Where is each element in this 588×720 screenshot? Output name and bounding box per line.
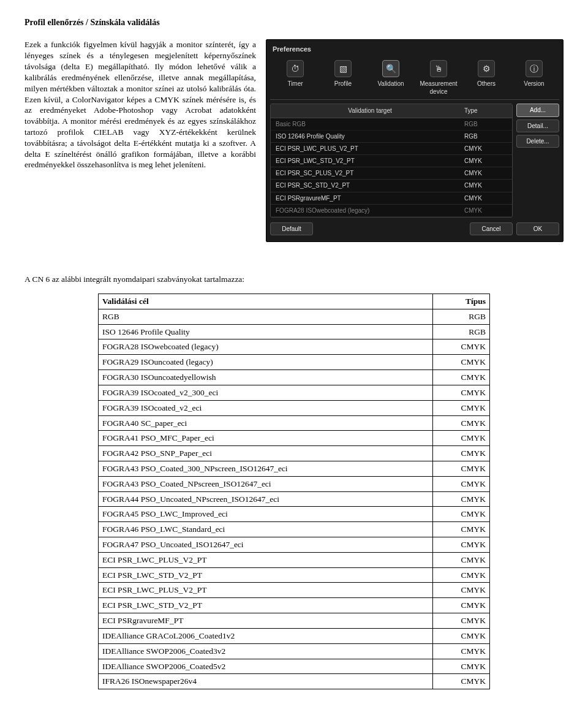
tab-timer[interactable]: ⏱ Timer — [271, 60, 319, 96]
profile-icon: ▧ — [334, 60, 352, 77]
list-item-type: CMYK — [464, 169, 507, 177]
table-row: FOGRA41 PSO_MFC_Paper_eciCMYK — [99, 431, 490, 446]
table-row: FOGRA29 ISOuncoated (legacy)CMYK — [99, 355, 490, 370]
list-item-type: CMYK — [464, 181, 507, 189]
std-name-cell: FOGRA43 PSO_Coated_300_NPscreen_ISO12647… — [99, 461, 433, 476]
table-row: FOGRA44 PSO_Uncoated_NPscreen_ISO12647_e… — [99, 491, 490, 507]
list-item-name: ECI PSR_SC_PLUS_V2_PT — [276, 169, 464, 177]
list-item-type: CMYK — [464, 157, 507, 165]
list-item-type: RGB — [464, 120, 507, 128]
tab-measurement-label: Measurement device — [415, 80, 462, 96]
std-type-cell: RGB — [433, 309, 490, 324]
std-name-cell: FOGRA47 PSO_Uncoated_ISO12647_eci — [99, 537, 433, 553]
validation-target-list[interactable]: Validation target Type Basic RGBRGB ISO … — [270, 104, 513, 218]
std-type-cell: CMYK — [433, 674, 490, 689]
list-item[interactable]: ISO 12646 Profile QualityRGB — [271, 131, 512, 143]
list-item[interactable]: FOGRA28 ISOwebcoated (legacy)CMYK — [271, 205, 512, 217]
std-name-cell: FOGRA46 PSO_LWC_Standard_eci — [99, 522, 433, 537]
table-row: ECI PSR_LWC_PLUS_V2_PTCMYK — [99, 583, 490, 598]
std-name-cell: ECI PSR_LWC_PLUS_V2_PT — [99, 552, 433, 567]
tab-others[interactable]: ⚙ Others — [462, 60, 510, 96]
detail-button[interactable]: Detail... — [516, 119, 559, 132]
table-row: FOGRA43 PSO_Coated_NPscreen_ISO12647_eci… — [99, 476, 490, 491]
page-title: Profil ellenőrzés / Színskála validálás — [24, 17, 564, 28]
list-item[interactable]: ECI PSRgravureMF_PTCMYK — [271, 192, 512, 205]
standards-table-wrap: Validálási cél Típus RGBRGBISO 12646 Pro… — [24, 294, 564, 689]
std-name-cell: FOGRA30 ISOuncoatedyellowish — [99, 370, 433, 385]
std-name-cell: IFRA26 ISOnewspaper26v4 — [99, 674, 433, 689]
std-name-cell: IDEAlliance SWOP2006_Coated5v2 — [99, 659, 433, 674]
standards-intro: A CN 6 az alábbi integrált nyomdaipari s… — [24, 274, 564, 285]
std-name-cell: ECI PSR_LWC_STD_V2_PT — [99, 567, 433, 583]
std-type-cell: CMYK — [433, 431, 490, 446]
others-icon: ⚙ — [478, 60, 495, 77]
table-row: FOGRA45 PSO_LWC_Improved_eciCMYK — [99, 507, 490, 522]
header-type: Type — [464, 107, 507, 115]
std-type-cell: CMYK — [433, 583, 490, 598]
two-column-layout: Ezek a funkciók figyelmen kívül hagyják … — [24, 39, 564, 242]
table-row: ECI PSR_LWC_STD_V2_PTCMYK — [99, 567, 490, 583]
std-name-cell: FOGRA43 PSO_Coated_NPscreen_ISO12647_eci — [99, 476, 433, 491]
std-header-type: Típus — [433, 294, 490, 309]
std-name-cell: IDEAlliance GRACoL2006_Coated1v2 — [99, 628, 433, 643]
measurement-icon: 🖱 — [430, 60, 447, 77]
std-name-cell: ECI PSR_LWC_STD_V2_PT — [99, 598, 433, 613]
std-type-cell: CMYK — [433, 643, 490, 659]
list-item[interactable]: ECI PSR_SC_STD_V2_PTCMYK — [271, 180, 512, 192]
std-type-cell: CMYK — [433, 613, 490, 629]
timer-icon: ⏱ — [287, 60, 304, 77]
std-type-cell: CMYK — [433, 355, 490, 370]
body-text: Ezek a funkciók figyelmen kívül hagyják … — [24, 39, 256, 242]
add-button[interactable]: Add... — [516, 104, 559, 116]
table-row: ISO 12646 Profile QualityRGB — [99, 324, 490, 339]
list-item-name: ECI PSRgravureMF_PT — [276, 194, 464, 202]
std-name-cell: FOGRA39 ISOcoated_v2_300_eci — [99, 385, 433, 400]
std-type-cell: CMYK — [433, 659, 490, 674]
tab-others-label: Others — [477, 80, 496, 88]
table-row: ECI PSR_LWC_STD_V2_PTCMYK — [99, 598, 490, 613]
std-name-cell: ECI PSRgravureMF_PT — [99, 613, 433, 629]
table-row: FOGRA39 ISOcoated_v2_300_eciCMYK — [99, 385, 490, 400]
std-type-cell: CMYK — [433, 385, 490, 400]
std-name-cell: ECI PSR_LWC_PLUS_V2_PT — [99, 583, 433, 598]
list-header: Validation target Type — [271, 104, 512, 118]
delete-button[interactable]: Delete... — [516, 135, 559, 148]
std-type-cell: CMYK — [433, 461, 490, 476]
table-row: FOGRA40 SC_paper_eciCMYK — [99, 415, 490, 431]
list-item-name: ECI PSR_LWC_STD_V2_PT — [276, 157, 464, 165]
std-type-cell: CMYK — [433, 628, 490, 643]
list-item[interactable]: ECI PSR_SC_PLUS_V2_PTCMYK — [271, 167, 512, 180]
default-button[interactable]: Default — [270, 222, 313, 235]
table-row: FOGRA46 PSO_LWC_Standard_eciCMYK — [99, 522, 490, 537]
std-type-cell: RGB — [433, 324, 490, 339]
tab-profile[interactable]: ▧ Profile — [319, 60, 367, 96]
std-name-cell: FOGRA44 PSO_Uncoated_NPscreen_ISO12647_e… — [99, 491, 433, 507]
list-item-type: RGB — [464, 132, 507, 140]
table-row: FOGRA39 ISOcoated_v2_eciCMYK — [99, 400, 490, 415]
ok-button[interactable]: OK — [516, 222, 559, 235]
list-item-name: Basic RGB — [276, 120, 464, 128]
list-item-name: FOGRA28 ISOwebcoated (legacy) — [276, 207, 464, 214]
list-item-name: ISO 12646 Profile Quality — [276, 132, 464, 140]
list-item[interactable]: ECI PSR_LWC_PLUS_V2_PTCMYK — [271, 143, 512, 155]
tab-version[interactable]: ⓘ Version — [510, 60, 558, 96]
table-row: IDEAlliance SWOP2006_Coated3v2CMYK — [99, 643, 490, 659]
std-type-cell: CMYK — [433, 339, 490, 355]
std-type-cell: CMYK — [433, 446, 490, 461]
tab-timer-label: Timer — [287, 80, 303, 88]
tab-profile-label: Profile — [334, 80, 352, 88]
table-row: IDEAlliance SWOP2006_Coated5v2CMYK — [99, 659, 490, 674]
table-row: FOGRA30 ISOuncoatedyellowishCMYK — [99, 370, 490, 385]
list-item[interactable]: ECI PSR_LWC_STD_V2_PTCMYK — [271, 155, 512, 167]
std-name-cell: FOGRA28 ISOwebcoated (legacy) — [99, 339, 433, 355]
table-row: ECI PSR_LWC_PLUS_V2_PTCMYK — [99, 552, 490, 567]
std-name-cell: ISO 12646 Profile Quality — [99, 324, 433, 339]
list-item[interactable]: Basic RGBRGB — [271, 118, 512, 131]
std-type-cell: CMYK — [433, 370, 490, 385]
std-type-cell: CMYK — [433, 537, 490, 553]
tab-measurement[interactable]: 🖱 Measurement device — [415, 60, 462, 96]
tab-validation-label: Validation — [377, 80, 404, 88]
cancel-button[interactable]: Cancel — [470, 222, 513, 235]
table-row: FOGRA43 PSO_Coated_300_NPscreen_ISO12647… — [99, 461, 490, 476]
tab-validation[interactable]: 🔍 Validation — [367, 60, 415, 96]
